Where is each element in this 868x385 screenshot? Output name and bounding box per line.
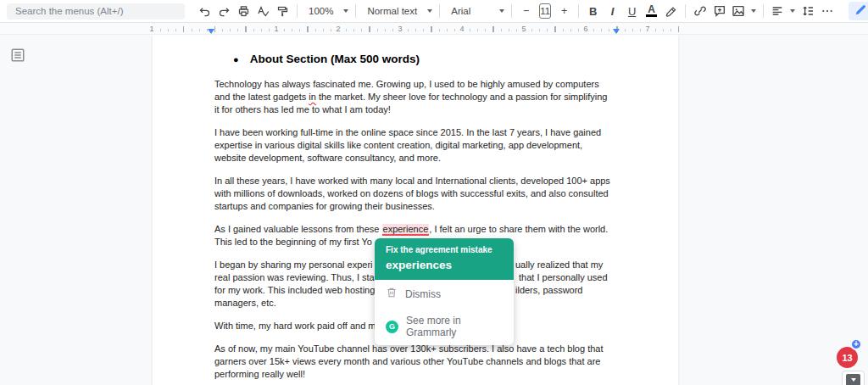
ruler: 1 1 2 3 4 5 6 7: [0, 24, 868, 35]
toolbar-divider: [297, 4, 298, 18]
zoom-value: 100%: [304, 6, 337, 16]
align-left-icon: [771, 4, 784, 18]
text-line: In all these years, I have worked with m…: [214, 175, 620, 187]
see-more-label: See more in Grammarly: [406, 315, 503, 338]
text-line: performing really well!: [214, 368, 620, 381]
print-button[interactable]: [234, 2, 253, 20]
document-outline-button[interactable]: [8, 47, 27, 66]
text-line: with millions of downloads, worked on do…: [214, 187, 620, 200]
trash-icon: [386, 287, 398, 301]
text-color-button[interactable]: A: [642, 2, 661, 20]
dismiss-label: Dismiss: [405, 288, 441, 300]
paint-format-icon: [276, 5, 289, 18]
toolbar: Search the menus (Alt+/) 100% Normal tex…: [0, 0, 868, 23]
grammarly-plus-badge[interactable]: +: [850, 338, 862, 350]
ruler-number: 1: [272, 24, 280, 34]
chevron-down-icon: [751, 9, 756, 13]
chevron-down-icon: [499, 9, 504, 13]
plus-icon: +: [561, 5, 567, 17]
ruler-number: 7: [643, 24, 651, 34]
toolbar-divider: [763, 4, 764, 18]
line-spacing-icon: [801, 4, 815, 18]
line-spacing-button[interactable]: [798, 2, 817, 20]
suggestion-header[interactable]: Fix the agreement mistake experiences: [375, 238, 514, 280]
chevron-down-icon: [790, 9, 795, 13]
dismiss-button[interactable]: Dismiss: [375, 280, 514, 308]
font-value: Arial: [447, 6, 475, 16]
toolbar-divider: [355, 4, 356, 18]
toolbar-divider: [511, 4, 512, 18]
font-size-decrease-button[interactable]: −: [516, 2, 536, 20]
more-options-button[interactable]: [817, 2, 837, 20]
spellcheck-icon: [257, 5, 270, 18]
bold-label: B: [589, 5, 597, 18]
font-size-increase-button[interactable]: +: [554, 2, 574, 20]
ruler-major-ticks: [153, 26, 679, 32]
text-fragment: real passion was reviewing. Thus, I sta: [214, 272, 375, 282]
plus-icon: +: [854, 340, 859, 349]
paragraph-2: I have been working full-time in the onl…: [214, 126, 620, 165]
undo-icon: [198, 5, 211, 18]
toolbar-divider: [578, 4, 579, 18]
corner-scroll-button[interactable]: [842, 371, 865, 385]
highlighter-icon: [665, 5, 677, 18]
more-icon: [821, 4, 834, 18]
print-icon: [237, 5, 250, 18]
text-fragment: ually realized that my: [515, 259, 603, 271]
text-line: it for others has led me to what I am to…: [214, 103, 620, 116]
paragraph-style-select[interactable]: Normal text: [360, 2, 435, 20]
ruler-number: 6: [581, 24, 589, 34]
link-icon: [693, 4, 707, 18]
comment-icon: [713, 4, 726, 18]
text-color-icon: A: [646, 5, 657, 17]
suggestion-replacement[interactable]: experiences: [386, 259, 503, 271]
toolbar-divider: [439, 4, 440, 18]
heading-row: ● About Section (Max 500 words): [233, 53, 620, 66]
insert-image-button[interactable]: [729, 2, 759, 20]
text-fragment: As I gained valuable lessons from these: [214, 224, 382, 234]
heading-text: About Section (Max 500 words): [250, 53, 420, 65]
download-arrow-icon: [846, 374, 860, 385]
pencil-icon: [854, 3, 867, 20]
text-fragment: ilders, password: [515, 284, 582, 297]
text-line: garners over 15k+ views every month and …: [214, 355, 620, 368]
font-size-field[interactable]: 11: [539, 3, 551, 19]
outline-icon: [10, 47, 25, 66]
text-fragment: the market. My sheer love for technology…: [316, 92, 608, 102]
grammar-error-word[interactable]: experience: [382, 224, 430, 236]
suggestion-title: Fix the agreement mistake: [386, 245, 503, 254]
paragraph-7: As of now, my main YouTube channel has o…: [214, 343, 620, 381]
redo-button[interactable]: [214, 2, 234, 20]
zoom-select[interactable]: 100%: [302, 2, 351, 20]
editing-mode-button[interactable]: [849, 2, 868, 20]
text-line: and the latest gadgets in the market. My…: [214, 91, 620, 103]
right-indent-marker[interactable]: [613, 29, 620, 34]
bold-button[interactable]: B: [583, 2, 603, 20]
paragraph-1: Technology has always fascinated me. Gro…: [214, 78, 620, 116]
insert-link-button[interactable]: [690, 2, 709, 20]
spelling-error-word[interactable]: in: [309, 92, 316, 102]
bullet-glyph: ●: [233, 53, 239, 66]
image-icon: [732, 4, 745, 18]
grammarly-logo-icon: G: [386, 321, 398, 333]
highlight-color-button[interactable]: [661, 2, 681, 20]
text-fragment: for my work. This included web hosting: [214, 285, 375, 295]
italic-button[interactable]: I: [603, 2, 622, 20]
paint-format-button[interactable]: [273, 2, 292, 20]
text-line: website development, software consultanc…: [214, 152, 620, 165]
see-more-button[interactable]: G See more in Grammarly: [375, 308, 514, 345]
align-button[interactable]: [768, 2, 798, 20]
text-line: As I gained valuable lessons from these …: [214, 223, 620, 236]
text-line: expertise in various digital skills like…: [214, 139, 620, 152]
add-comment-button[interactable]: [709, 2, 729, 20]
text-line: I have been working full-time in the onl…: [214, 126, 620, 139]
left-indent-marker[interactable]: [208, 29, 214, 34]
spellcheck-button[interactable]: [253, 2, 273, 20]
underline-button[interactable]: U: [622, 2, 642, 20]
undo-button[interactable]: [195, 2, 214, 20]
search-input[interactable]: Search the menus (Alt+/): [7, 3, 185, 20]
alert-count: 13: [842, 353, 852, 363]
chevron-down-icon: [427, 9, 432, 13]
font-size-value: 11: [540, 6, 550, 16]
font-select[interactable]: Arial: [444, 2, 507, 20]
